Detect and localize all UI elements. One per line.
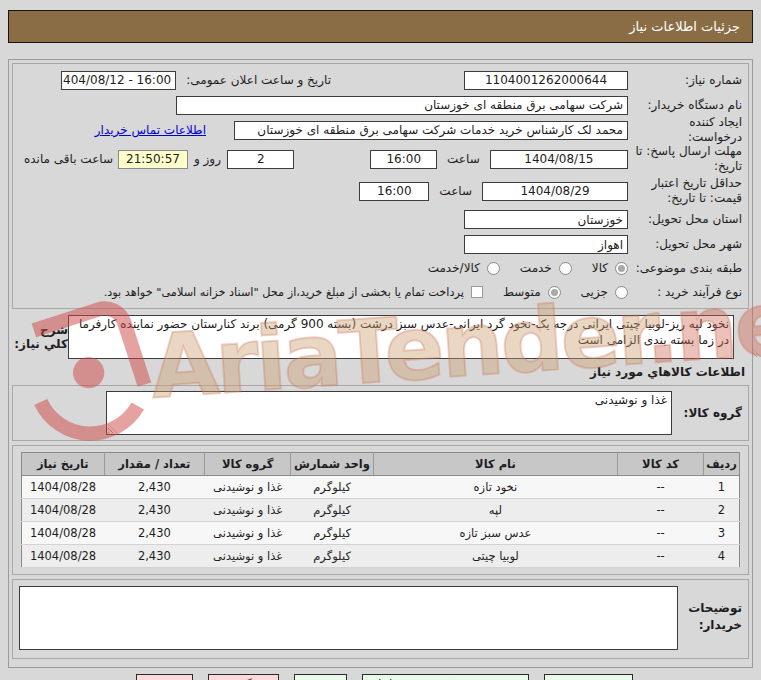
process-type-row: نوع فرآیند خرید : جزیی متوسط پرداخت تمام… xyxy=(19,279,742,305)
table-cell: کیلوگرم xyxy=(291,522,374,545)
table-cell: -- xyxy=(617,545,703,568)
table-cell: 1 xyxy=(704,476,740,499)
treasury-payment-checkbox[interactable] xyxy=(471,286,483,298)
table-cell: غذا و نوشیدنی xyxy=(205,545,291,568)
price-validity-date-field[interactable]: 1404/08/29 xyxy=(482,182,628,201)
city-field[interactable]: اهواز xyxy=(464,235,628,254)
table-header-cell: گروه کالا xyxy=(205,453,291,476)
table-cell: غذا و نوشیدنی xyxy=(205,476,291,499)
need-number-label: شماره نیاز: xyxy=(628,73,742,88)
hours-remaining-label: ساعت باقی مانده xyxy=(24,152,113,166)
table-cell: 2,430 xyxy=(104,476,205,499)
category-goods-service-label: کالا/خدمت xyxy=(428,261,480,275)
table-cell: نخود تازه xyxy=(373,476,617,499)
process-minor-label: جزیی xyxy=(581,285,608,299)
goods-group-textarea[interactable]: غذا و نوشیدنی xyxy=(106,391,672,435)
table-cell: کیلوگرم xyxy=(291,545,374,568)
table-cell: 1404/08/28 xyxy=(22,522,105,545)
page-title-bar: جزئیات اطلاعات نیاز xyxy=(8,10,753,43)
category-row: طبقه بندی موضوعی: کالا خدمت کالا/خدمت xyxy=(19,257,742,279)
table-row: 2--لپهکیلوگرمغذا و نوشیدنی2,4301404/08/2… xyxy=(22,499,740,522)
table-cell: کیلوگرم xyxy=(291,499,374,522)
main-panel: شماره نیاز: 1104001262000644 تاریخ و ساع… xyxy=(8,59,753,668)
category-goods-label: کالا xyxy=(592,261,608,275)
buyer-contact-link[interactable]: اطلاعات تماس خریدار xyxy=(95,123,206,137)
resize-handle-icon[interactable] xyxy=(108,424,117,433)
category-goods-service-radio[interactable] xyxy=(487,262,500,275)
goods-group-label: گروه کالا: xyxy=(680,406,742,420)
exit-button[interactable]: خروج xyxy=(136,674,194,680)
category-service-label: خدمت xyxy=(520,261,552,275)
table-cell: لپه xyxy=(373,499,617,522)
treasury-payment-label: پرداخت تمام یا بخشی از مبلغ خرید،از محل … xyxy=(104,286,464,299)
table-header-cell: واحد شمارش xyxy=(291,453,374,476)
process-medium-radio[interactable] xyxy=(548,286,561,299)
buyer-notes-textarea[interactable] xyxy=(19,586,678,650)
deadline-time-field[interactable]: 16:00 xyxy=(370,150,437,169)
price-validity-row: حداقل تاریخ اعتبار قیمت: تا تاریخ: 1404/… xyxy=(19,175,742,207)
action-buttons: پاسخ به نیاز مشاهده مدارک پیوستی (1) چاپ… xyxy=(0,674,633,680)
need-number-field[interactable]: 1104001262000644 xyxy=(464,71,628,90)
table-cell: -- xyxy=(617,476,703,499)
table-row: 3--عدس سبز تازهکیلوگرمغذا و نوشیدنی2,430… xyxy=(22,522,740,545)
items-table-fieldset: ردیفکد کالانام کالاواحد شمارشگروه کالاتع… xyxy=(12,445,749,575)
category-goods-radio[interactable] xyxy=(615,262,628,275)
table-cell: 3 xyxy=(704,522,740,545)
table-cell: 2,430 xyxy=(104,499,205,522)
table-header-cell: تعداد / مقدار xyxy=(104,453,205,476)
category-label: طبقه بندی موضوعی: xyxy=(628,261,742,276)
deadline-date-field[interactable]: 1404/08/15 xyxy=(490,150,628,169)
buyer-org-row: نام دستگاه خریدار: شرکت سهامی برق منطقه … xyxy=(19,93,742,117)
price-validity-time-field[interactable]: 16:00 xyxy=(359,182,429,201)
province-label: استان محل تحویل: xyxy=(628,212,742,227)
city-label: شهر محل تحویل: xyxy=(628,237,742,252)
table-cell: لوبیا چیتی xyxy=(373,545,617,568)
need-description-row: شرح كلي نياز: نخود لپه ریز-لوبیا چیتی ای… xyxy=(12,315,747,359)
table-cell: 4 xyxy=(704,545,740,568)
page-title: جزئیات اطلاعات نیاز xyxy=(629,19,740,34)
view-attachments-button[interactable]: مشاهده مدارک پیوستی (1) xyxy=(362,674,530,680)
back-button[interactable]: بازگشت xyxy=(208,674,279,680)
table-row: 4--لوبیا چیتیکیلوگرمغذا و نوشیدنی2,43014… xyxy=(22,545,740,568)
goods-group-value: غذا و نوشیدنی xyxy=(595,393,667,407)
table-cell: 1404/08/28 xyxy=(22,499,105,522)
table-header-cell: کد کالا xyxy=(617,453,703,476)
goods-group-fieldset: گروه کالا: غذا و نوشیدنی xyxy=(12,385,749,441)
table-header-cell: نام کالا xyxy=(373,453,617,476)
need-description-textarea[interactable]: نخود لپه ریز-لوبیا چیتی ایرانی درجه یک-ن… xyxy=(68,315,734,359)
table-cell: غذا و نوشیدنی xyxy=(205,499,291,522)
buyer-notes-fieldset: توضیحات خریدار: xyxy=(12,579,749,659)
requester-label: ایجاد کننده درخواست: xyxy=(628,115,742,145)
buyer-notes-label: توضیحات خریدار: xyxy=(684,586,742,634)
page: { "header": { "title": "جزئیات اطلاعات ن… xyxy=(0,0,761,680)
deadline-row: مهلت ارسال پاسخ: تا تاریخ: 1404/08/15 سا… xyxy=(19,143,742,175)
table-cell: غذا و نوشیدنی xyxy=(205,522,291,545)
table-cell: 2,430 xyxy=(104,522,205,545)
resize-handle-icon[interactable] xyxy=(752,348,761,357)
items-table: ردیفکد کالانام کالاواحد شمارشگروه کالاتع… xyxy=(21,452,740,568)
buyer-org-field[interactable]: شرکت سهامی برق منطقه ای خوزستان xyxy=(176,96,628,115)
remaining-days-field[interactable]: 2 xyxy=(227,150,295,169)
announce-label: تاریخ و ساعت اعلان عمومی: xyxy=(186,73,331,87)
category-service-radio[interactable] xyxy=(559,262,572,275)
items-section-title: اطلاعات كالاهاي مورد نياز xyxy=(12,365,745,379)
days-and-label: روز و xyxy=(194,152,221,166)
respond-button[interactable]: پاسخ به نیاز xyxy=(544,674,633,680)
deadline-hour-label: ساعت xyxy=(447,152,480,166)
requester-row: ایجاد کننده درخواست: محمد لک کارشناس خری… xyxy=(19,117,742,143)
table-cell: -- xyxy=(617,522,703,545)
province-field[interactable]: خوزستان xyxy=(464,210,628,229)
process-minor-radio[interactable] xyxy=(615,286,628,299)
countdown-timer: 21:50:57 xyxy=(118,150,188,169)
table-header-cell: تاریخ نیاز xyxy=(22,453,105,476)
requester-field[interactable]: محمد لک کارشناس خرید خدمات شرکت سهامی بر… xyxy=(234,121,628,140)
table-cell: 1404/08/28 xyxy=(22,545,105,568)
table-header-cell: ردیف xyxy=(704,453,740,476)
province-row: استان محل تحویل: خوزستان xyxy=(19,207,742,232)
price-validity-label: حداقل تاریخ اعتبار قیمت: تا تاریخ: xyxy=(628,176,742,206)
city-row: شهر محل تحویل: اهواز xyxy=(19,232,742,257)
deadline-label: مهلت ارسال پاسخ: تا تاریخ: xyxy=(628,144,742,174)
announce-datetime-field[interactable]: 1404/08/12 - 16:00 xyxy=(61,71,176,90)
table-cell: 2,430 xyxy=(104,545,205,568)
print-button[interactable]: چاپ xyxy=(294,674,346,680)
